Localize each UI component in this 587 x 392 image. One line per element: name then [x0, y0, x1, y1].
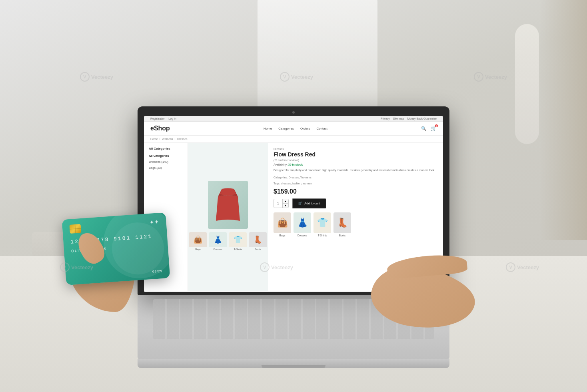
cat-thumb-tshirts-img: 👕: [313, 212, 331, 233]
product-title: Flow Dress Red: [274, 151, 437, 158]
product-images: 👜 Bags 👗 Dresses 👕 T-Shirts: [188, 143, 268, 291]
qty-down[interactable]: ▼: [283, 204, 288, 208]
utility-bar: Registration Log-in Privacy Site map Mon…: [144, 116, 443, 122]
cat-thumb-tshirts-label: T-Shirts: [318, 234, 327, 237]
product-area: 👜 Bags 👗 Dresses 👕 T-Shirts: [188, 143, 443, 291]
sidebar-item-womens[interactable]: Womens (140): [149, 159, 183, 165]
main-content: All Categories All Categories Womens (14…: [144, 143, 443, 291]
thumb-bags[interactable]: 👜 Bags: [189, 232, 207, 253]
eshop-website: Registration Log-in Privacy Site map Mon…: [144, 116, 443, 292]
dress-svg: [214, 187, 242, 223]
cat-thumb-boots-img: 👢: [333, 212, 351, 233]
product-categories-tag: Categories: Dresses, Womens: [274, 176, 437, 179]
product-reviews: (23 customer reviews): [274, 159, 437, 162]
laptop-base: [138, 359, 449, 368]
product-thumbnails: 👜 Bags 👗 Dresses 👕 T-Shirts: [189, 232, 267, 253]
add-to-cart-row: 1 ▲ ▼ 🛒 Add to cart: [274, 198, 437, 208]
utility-right: Privacy Site map Money Back Guarantee: [381, 117, 437, 120]
nav-icons: 🔍 🛒 1: [421, 126, 437, 131]
thumb-boots[interactable]: 👢 Boots: [249, 232, 267, 253]
breadcrumb-home[interactable]: Home: [150, 138, 158, 140]
search-icon[interactable]: 🔍: [421, 126, 427, 131]
cat-thumb-dresses-label: Dresses: [297, 234, 307, 237]
cat-thumb-dresses-img: 👗: [294, 212, 311, 233]
nav-home[interactable]: Home: [264, 127, 272, 130]
laptop-keyboard: [138, 295, 449, 359]
availability-value: 35 in stock: [288, 163, 303, 166]
sidebar-title: All Categories: [149, 147, 183, 150]
sitemap-link[interactable]: Site map: [393, 117, 404, 120]
laptop-camera: [292, 111, 295, 114]
qty-up[interactable]: ▲: [283, 199, 288, 204]
cart-icon[interactable]: 🛒 1: [431, 126, 437, 131]
breadcrumb: Home › Womens › Dresses: [144, 136, 443, 143]
cat-thumb-boots[interactable]: 👢 Boots: [333, 212, 351, 237]
cat-thumb-tshirts[interactable]: 👕 T-Shirts: [313, 212, 331, 237]
cat-thumb-dresses[interactable]: 👗 Dresses: [294, 212, 311, 237]
curtain-decoration: [539, 0, 587, 240]
product-description: Designed for simplicity and made from hi…: [274, 168, 437, 173]
nav-links: Home Categories Orders Contact: [264, 127, 327, 130]
main-nav: eShop Home Categories Orders Contact 🔍 🛒…: [144, 122, 443, 136]
cat-thumb-bags[interactable]: 👜 Bags: [274, 212, 291, 237]
lamp-decoration: [515, 24, 539, 144]
breadcrumb-dresses[interactable]: Dresses: [177, 138, 188, 140]
breadcrumb-womens[interactable]: Womens: [162, 138, 173, 140]
product-availability: Availability: 35 in stock: [274, 163, 437, 166]
sidebar-item-all[interactable]: All Categories: [149, 153, 183, 159]
privacy-link[interactable]: Privacy: [381, 117, 390, 120]
cat-thumb-boots-label: Boots: [339, 234, 346, 237]
qty-input[interactable]: 1: [274, 200, 282, 207]
sidebar-item-bags[interactable]: Bags (23): [149, 165, 183, 171]
nav-categories[interactable]: Categories: [278, 127, 294, 130]
product-category: Dresses: [274, 148, 437, 150]
category-sidebar: All Categories All Categories Womens (14…: [144, 143, 188, 291]
breadcrumb-sep-1: ›: [160, 138, 160, 140]
nav-orders[interactable]: Orders: [300, 127, 310, 130]
laptop: Registration Log-in Privacy Site map Mon…: [138, 106, 449, 368]
category-row: 👜 Bags 👗 Dresses 👕 T-Shirts: [274, 212, 437, 237]
cat-thumb-bags-img: 👜: [274, 212, 291, 233]
add-to-cart-button[interactable]: 🛒 Add to cart: [292, 198, 326, 208]
site-logo[interactable]: eShop: [150, 125, 170, 132]
nav-contact[interactable]: Contact: [316, 127, 327, 130]
keyboard-keys: [153, 299, 434, 339]
product-main-image: [208, 181, 248, 229]
product-price: $159.00: [274, 188, 437, 195]
cart-icon-btn: 🛒: [298, 202, 302, 205]
cat-thumb-bags-label: Bags: [280, 234, 286, 237]
qty-arrows: ▲ ▼: [282, 199, 288, 208]
thumb-dresses[interactable]: 👗 Dresses: [209, 232, 227, 253]
qty-control: 1 ▲ ▼: [274, 199, 289, 208]
login-link[interactable]: Log-in: [168, 117, 176, 120]
laptop-screen-outer: Registration Log-in Privacy Site map Mon…: [138, 106, 449, 295]
breadcrumb-sep-2: ›: [175, 138, 176, 140]
laptop-screen: Registration Log-in Privacy Site map Mon…: [144, 116, 443, 292]
product-details: Dresses Flow Dress Red (23 customer revi…: [268, 143, 443, 291]
registration-link[interactable]: Registration: [150, 117, 165, 120]
utility-left: Registration Log-in: [150, 117, 176, 120]
add-to-cart-label: Add to cart: [304, 202, 320, 205]
money-back-link[interactable]: Money Back Guarantee: [407, 117, 437, 120]
cart-badge-count: 1: [435, 124, 438, 127]
product-tags: Tags: dresses, fashion, women: [274, 182, 437, 185]
thumb-tshirts[interactable]: 👕 T-Shirts: [229, 232, 247, 253]
